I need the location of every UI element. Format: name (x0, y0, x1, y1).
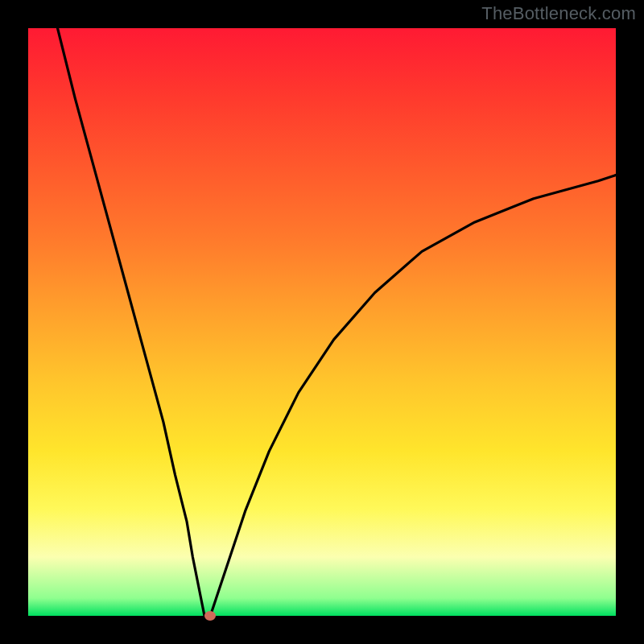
curve-svg (28, 28, 616, 616)
chart-frame: TheBottleneck.com (0, 0, 644, 644)
minimum-marker (204, 611, 216, 621)
watermark-text: TheBottleneck.com (481, 3, 636, 24)
bottleneck-curve-path (58, 28, 617, 616)
plot-area (28, 28, 616, 616)
